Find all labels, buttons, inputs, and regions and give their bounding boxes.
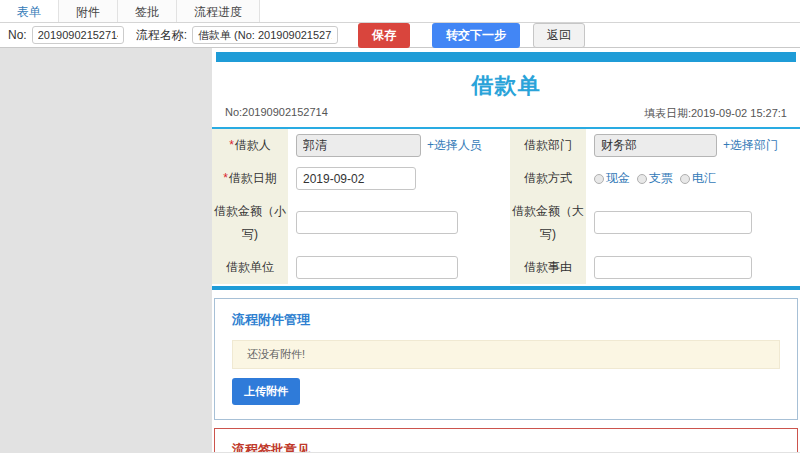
loan-unit-label: 借款单位 <box>212 251 288 284</box>
panel-top-bar <box>216 52 796 62</box>
document-meta: No:20190902152714 填表日期:2019-09-02 15:27:… <box>212 106 800 129</box>
loan-form: *借款人 +选择人员 借款部门 +选择部门 *借款日期 <box>212 129 800 284</box>
loan-reason-cell <box>586 251 800 284</box>
loan-date-label: *借款日期 <box>212 162 288 195</box>
content-area: 借款单 No:20190902152714 填表日期:2019-09-02 15… <box>0 48 800 452</box>
process-name-input[interactable] <box>192 26 338 44</box>
toolbar: No: 流程名称: 保存 转交下一步 返回 <box>0 23 800 48</box>
radio-cash[interactable]: 现金 <box>594 170 630 187</box>
department-cell: +选择部门 <box>586 129 800 162</box>
tab-form[interactable]: 表单 <box>0 0 59 22</box>
save-button[interactable]: 保存 <box>358 23 410 48</box>
document-title: 借款单 <box>212 71 800 101</box>
select-department-link[interactable]: +选择部门 <box>723 137 778 154</box>
tab-attachments[interactable]: 附件 <box>59 0 118 22</box>
screen: 表单 附件 签批 流程进度 No: 流程名称: 保存 转交下一步 返回 借款单 … <box>0 0 800 453</box>
loan-reason-label: 借款事由 <box>510 251 586 284</box>
required-mark: * <box>223 171 228 185</box>
loan-unit-input[interactable] <box>296 256 458 279</box>
radio-icon[interactable] <box>637 174 647 184</box>
form-bottom-bar <box>212 286 800 290</box>
document-date: 填表日期:2019-09-02 15:27:1 <box>644 106 787 121</box>
amount-lower-cell <box>288 195 510 251</box>
back-button[interactable]: 返回 <box>533 23 585 48</box>
next-step-button[interactable]: 转交下一步 <box>432 23 520 48</box>
loan-method-radios: 现金 支票 电汇 <box>594 170 716 187</box>
no-input[interactable] <box>32 26 124 44</box>
document-no: No:20190902152714 <box>225 106 328 121</box>
select-person-link[interactable]: +选择人员 <box>427 137 482 154</box>
no-label: No: <box>8 28 27 42</box>
amount-upper-input[interactable] <box>594 211 752 234</box>
department-label: 借款部门 <box>510 129 586 162</box>
amount-upper-cell <box>586 195 800 251</box>
amount-upper-label: 借款金额（大写) <box>510 195 586 251</box>
tab-bar: 表单 附件 签批 流程进度 <box>0 0 800 23</box>
loan-unit-cell <box>288 251 510 284</box>
no-attachments-notice: 还没有附件! <box>232 340 780 369</box>
loan-method-cell: 现金 支票 电汇 <box>586 162 800 195</box>
radio-wire[interactable]: 电汇 <box>680 170 716 187</box>
tab-approval[interactable]: 签批 <box>118 0 177 22</box>
department-input[interactable] <box>594 134 717 157</box>
loan-date-cell <box>288 162 510 195</box>
amount-lower-label: 借款金额（小写) <box>212 195 288 251</box>
borrower-input[interactable] <box>296 134 421 157</box>
tab-progress[interactable]: 流程进度 <box>177 0 260 22</box>
attachments-title: 流程附件管理 <box>232 311 780 329</box>
loan-reason-input[interactable] <box>594 256 752 279</box>
required-mark: * <box>229 138 234 152</box>
process-name-label: 流程名称: <box>136 27 187 44</box>
document-panel: 借款单 No:20190902152714 填表日期:2019-09-02 15… <box>212 48 800 452</box>
amount-lower-input[interactable] <box>296 211 458 234</box>
borrower-label: *借款人 <box>212 129 288 162</box>
radio-icon[interactable] <box>594 174 604 184</box>
loan-method-label: 借款方式 <box>510 162 586 195</box>
approval-section: 流程签批意见 B I abc ✎ ⚑ <box>214 428 798 452</box>
radio-icon[interactable] <box>680 174 690 184</box>
loan-date-input[interactable] <box>296 167 416 190</box>
attachments-section: 流程附件管理 还没有附件! 上传附件 <box>214 298 798 420</box>
borrower-cell: +选择人员 <box>288 129 510 162</box>
approval-title: 流程签批意见 <box>232 441 780 452</box>
upload-attachment-button[interactable]: 上传附件 <box>232 378 300 405</box>
radio-check[interactable]: 支票 <box>637 170 673 187</box>
